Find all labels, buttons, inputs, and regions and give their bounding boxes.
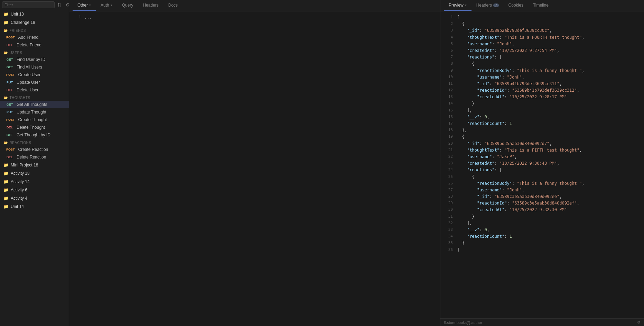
sidebar-item-activity6[interactable]: 📁 Activity 6 [0,186,69,194]
sidebar-item-activity18-label: Activity 18 [11,171,30,176]
line-number: 19 [443,134,453,140]
group-folder-icon-thoughts: 📂 [3,96,8,100]
settings-gear-icon[interactable]: ⚙ [637,320,641,325]
code-line: 3 "_id": "63589b2ab793def3639cc30c", [440,27,644,34]
code-text: "createdAt": "10/25/2022 9:30:43 PM", [457,160,559,167]
chevron-down-icon: ▾ [89,3,91,7]
sidebar-item-unit18[interactable]: 📁 Unit 18 [0,10,69,18]
code-text: { [457,61,475,67]
code-line: 30 "createdAt": "10/25/2022 9:32:30 PM" [440,207,644,213]
line-number: 3 [443,27,453,34]
endpoint-add-friend[interactable]: POST Add Friend [0,34,69,41]
tab-query[interactable]: Query [117,0,138,11]
tab-timeline-label: Timeline [533,3,549,8]
tab-docs[interactable]: Docs [164,0,183,11]
sidebar-item-activity14[interactable]: 📁 Activity 14 [0,178,69,186]
filter-input[interactable] [2,1,55,8]
endpoint-delete-friend[interactable]: DEL Delete Friend [0,41,69,49]
sidebar-item-challenge18-label: Challenge 18 [11,20,35,25]
code-line: 18 }, [440,127,644,134]
sidebar-item-miniproject18[interactable]: 📁 Mini Project 18 [0,161,69,169]
endpoint-delete-user[interactable]: DEL Delete User [0,86,69,94]
line-number: 34 [443,233,453,240]
jsonpath-expression[interactable]: $.store.books[*].author [444,320,482,325]
endpoint-delete-thought[interactable]: DEL Delete Thought [0,124,69,131]
code-text: "reactionId": "63589c3e5aab30d840d092ef"… [457,200,579,207]
request-body-area: 1 ... [69,11,440,326]
code-text: }, [457,127,467,134]
code-text: "reactions": [ [457,54,502,61]
code-line: 31 } [440,214,644,220]
tab-cookies[interactable]: Cookies [504,0,528,11]
settings-icon[interactable]: ⚙ [64,1,69,8]
method-put-badge: PUT [5,80,15,84]
endpoint-delete-reaction[interactable]: DEL Delete Reaction [0,153,69,161]
line-number: 1 [443,14,453,21]
line-number: 31 [443,214,453,220]
line-number: 30 [443,207,453,213]
method-post-badge: POST [5,35,16,39]
endpoint-create-thought[interactable]: POST Create Thought [0,116,69,124]
tab-other[interactable]: Other ▾ [73,0,96,11]
line-number: 16 [443,114,453,120]
line-number: 5 [443,41,453,47]
line-number: 36 [443,247,453,253]
endpoint-update-user[interactable]: PUT Update User [0,79,69,86]
code-text: { [457,174,475,180]
code-line: 36] [440,247,644,253]
line-number: 12 [443,87,453,94]
method-get-badge: GET [5,133,15,137]
sort-icon[interactable]: ⇅ [56,1,63,8]
method-del-badge: DEL [5,43,15,47]
sidebar-item-miniproject18-label: Mini Project 18 [11,163,38,167]
endpoint-find-all-users[interactable]: GET Find All Users [0,63,69,71]
code-line: 35 } [440,240,644,246]
endpoint-label: Find User by ID [17,57,45,62]
tab-headers-right-label: Headers [476,3,492,8]
line-number: 2 [443,21,453,27]
sidebar-item-unit14[interactable]: 📁 Unit 14 [0,202,69,211]
tab-auth-label: Auth [101,3,109,8]
endpoint-get-thought-by-id[interactable]: GET Get Thought by ID [0,131,69,139]
code-content: ... [84,15,92,323]
sidebar-item-unit14-label: Unit 14 [11,204,24,209]
endpoint-update-thought[interactable]: PUT Update Thought [0,108,69,116]
endpoint-create-user[interactable]: POST Create User [0,71,69,79]
tab-headers[interactable]: Headers [138,0,163,11]
main-tabs: Other ▾ Auth ▾ Query Headers Docs [69,0,440,11]
line-number: 23 [443,160,453,167]
sidebar-item-challenge18[interactable]: 📁 Challenge 18 [0,18,69,27]
code-line: 19 { [440,134,644,140]
endpoint-label: Delete User [17,88,38,92]
sidebar-item-activity4[interactable]: 📁 Activity 4 [0,194,69,202]
endpoint-create-reaction[interactable]: POST Create Reaction [0,146,69,153]
endpoint-find-user-by-id[interactable]: GET Find User by ID [0,56,69,63]
line-number: 35 [443,240,453,246]
tab-headers-right[interactable]: Headers 7 [472,0,504,11]
code-text: "__v": 0, [457,114,489,120]
code-text: [ [457,14,459,21]
tab-preview[interactable]: Preview ▾ [444,0,472,11]
line-number: 15 [443,107,453,114]
endpoint-get-all-thoughts[interactable]: GET Get All Thoughts [0,101,69,108]
code-line: 25 { [440,174,644,180]
tab-auth[interactable]: Auth ▾ [96,0,117,11]
sidebar-item-activity18[interactable]: 📁 Activity 18 [0,169,69,178]
line-number: 18 [443,127,453,134]
group-label-thoughts: 📂 THOUGHTS [0,94,69,101]
endpoint-label: Get All Thoughts [17,102,47,107]
code-line: 33 "__v": 0, [440,227,644,233]
tab-timeline[interactable]: Timeline [528,0,553,11]
folder-icon: 📁 [3,179,9,184]
line-number: 29 [443,200,453,207]
endpoint-label: Delete Reaction [17,155,46,160]
code-text: "reactionCount": 1 [457,120,512,127]
code-line: 2 { [440,21,644,27]
line-number: 33 [443,227,453,233]
method-get-badge: GET [5,57,15,62]
line-number: 22 [443,154,453,160]
line-number: 20 [443,141,453,147]
code-line: 26 "reactionBody": "This is a funny thou… [440,180,644,187]
group-label-friends: 📂 FRIENDS [0,27,69,34]
endpoint-label: Add Friend [18,35,39,40]
